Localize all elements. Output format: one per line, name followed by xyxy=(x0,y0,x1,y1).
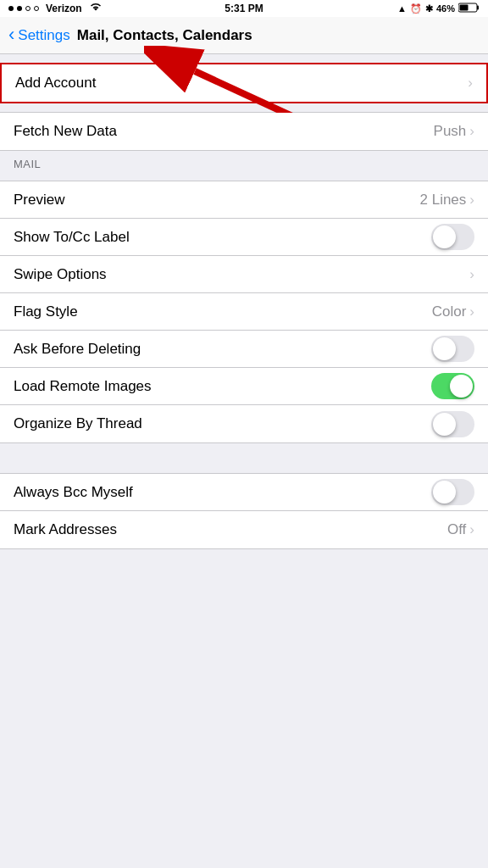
preview-right: 2 Lines › xyxy=(420,192,475,209)
mark-addresses-row[interactable]: Mark Addresses Off › xyxy=(0,511,488,548)
always-bcc-row[interactable]: Always Bcc Myself xyxy=(0,474,488,511)
swipe-options-row[interactable]: Swipe Options › xyxy=(0,256,488,293)
mail-settings-group: Preview 2 Lines › Show To/Cc Label Swipe… xyxy=(0,181,488,443)
preview-row[interactable]: Preview 2 Lines › xyxy=(0,181,488,219)
back-button[interactable]: ‹ Settings xyxy=(8,27,70,44)
toggle-knob xyxy=(433,225,456,248)
mail-section-header: MAIL xyxy=(0,151,488,175)
wifi-icon xyxy=(89,3,103,15)
flag-style-chevron-icon: › xyxy=(469,303,474,320)
add-account-chevron-icon: › xyxy=(468,75,473,92)
signal-dot-1 xyxy=(8,6,14,11)
toggle-knob-4 xyxy=(433,413,456,436)
fetch-new-data-right: Push › xyxy=(434,123,474,140)
status-time: 5:31 PM xyxy=(225,3,263,14)
show-tocc-row[interactable]: Show To/Cc Label xyxy=(0,219,488,256)
page-title: Mail, Contacts, Calendars xyxy=(77,27,252,44)
ask-before-deleting-row[interactable]: Ask Before Deleting xyxy=(0,331,488,368)
status-right: ▲ ⏰ ✱ 46% xyxy=(397,3,480,14)
svg-rect-1 xyxy=(477,6,479,10)
back-label: Settings xyxy=(18,27,69,44)
battery-icon xyxy=(458,3,480,14)
status-bar: Verizon 5:31 PM ▲ ⏰ ✱ 46% xyxy=(0,0,488,17)
status-left: Verizon xyxy=(8,3,103,15)
organize-by-thread-row[interactable]: Organize By Thread xyxy=(0,405,488,442)
fetch-new-data-chevron-icon: › xyxy=(469,123,474,140)
show-tocc-toggle[interactable] xyxy=(431,224,474,250)
preview-chevron-icon: › xyxy=(469,192,474,209)
load-remote-images-label: Load Remote Images xyxy=(14,378,152,395)
add-account-label: Add Account xyxy=(15,75,96,92)
flag-style-right: Color › xyxy=(432,303,474,320)
always-bcc-toggle[interactable] xyxy=(431,479,474,505)
nav-bar: ‹ Settings Mail, Contacts, Calendars xyxy=(0,17,488,54)
flag-style-label: Flag Style xyxy=(14,303,78,320)
toggle-knob-3 xyxy=(450,375,473,398)
signal-dot-3 xyxy=(25,6,30,11)
bottom-settings-group: Always Bcc Myself Mark Addresses Off › xyxy=(0,473,488,549)
carrier-label: Verizon xyxy=(46,3,82,14)
signal-dot-4 xyxy=(34,6,39,11)
mark-addresses-value: Off xyxy=(447,521,466,538)
ask-before-deleting-toggle[interactable] xyxy=(431,336,474,362)
organize-by-thread-toggle[interactable] xyxy=(431,411,474,437)
alarm-icon: ⏰ xyxy=(410,3,422,14)
battery-label: 46% xyxy=(436,3,455,14)
show-tocc-label: Show To/Cc Label xyxy=(14,229,130,246)
bluetooth-icon: ✱ xyxy=(425,3,433,14)
location-icon: ▲ xyxy=(397,3,407,14)
mark-addresses-right: Off › xyxy=(447,521,474,538)
mark-addresses-label: Mark Addresses xyxy=(14,521,117,538)
toggle-knob-2 xyxy=(433,337,456,360)
flag-style-row[interactable]: Flag Style Color › xyxy=(0,293,488,331)
spacer-2: MAIL xyxy=(0,151,488,181)
load-remote-images-row[interactable]: Load Remote Images xyxy=(0,368,488,405)
spacer-3 xyxy=(0,443,488,473)
fetch-new-data-group: Fetch New Data Push › xyxy=(0,112,488,151)
organize-by-thread-label: Organize By Thread xyxy=(14,415,142,432)
mark-addresses-chevron-icon: › xyxy=(469,521,474,538)
swipe-options-label: Swipe Options xyxy=(14,266,107,283)
add-account-row[interactable]: Add Account › xyxy=(2,64,486,102)
fetch-new-data-row[interactable]: Fetch New Data Push › xyxy=(0,113,488,150)
add-account-group: Add Account › xyxy=(0,63,488,103)
fetch-new-data-value: Push xyxy=(434,123,467,140)
svg-rect-2 xyxy=(460,5,469,11)
signal-dot-2 xyxy=(17,6,22,11)
load-remote-images-toggle[interactable] xyxy=(431,373,474,399)
back-chevron-icon: ‹ xyxy=(8,25,14,44)
ask-before-deleting-label: Ask Before Deleting xyxy=(14,341,141,358)
swipe-options-chevron-icon: › xyxy=(469,266,474,283)
preview-value: 2 Lines xyxy=(420,192,467,209)
swipe-options-right: › xyxy=(469,266,474,283)
spacer-1 xyxy=(0,103,488,112)
flag-style-value: Color xyxy=(432,303,467,320)
preview-label: Preview xyxy=(14,192,64,209)
fetch-new-data-label: Fetch New Data xyxy=(14,123,117,140)
always-bcc-label: Always Bcc Myself xyxy=(14,484,133,501)
toggle-knob-5 xyxy=(433,481,456,504)
